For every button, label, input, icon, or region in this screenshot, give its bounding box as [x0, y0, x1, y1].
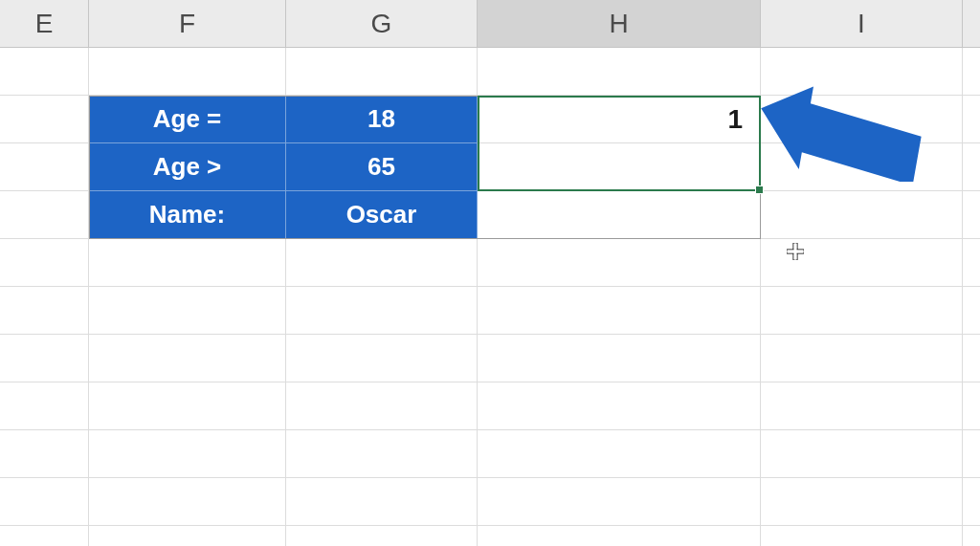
cell-I3[interactable]: [761, 143, 963, 191]
cell-E11[interactable]: [0, 526, 89, 546]
cell-I6[interactable]: [761, 287, 963, 335]
cell-I4[interactable]: [761, 191, 963, 239]
col-label: I: [858, 9, 865, 39]
cell-spacer: [963, 96, 980, 143]
label-age-greater: Age >: [153, 152, 222, 182]
cell-G7[interactable]: [286, 335, 478, 382]
cell-H4[interactable]: [478, 191, 761, 239]
cell-E5[interactable]: [0, 239, 89, 287]
cell-spacer: [963, 526, 980, 546]
cell-H10[interactable]: [478, 478, 761, 526]
cell-I1[interactable]: [761, 48, 963, 96]
cell-spacer: [963, 382, 980, 430]
cell-H7[interactable]: [478, 335, 761, 382]
cell-F5[interactable]: [89, 239, 286, 287]
col-header-F[interactable]: F: [89, 0, 286, 48]
cell-G11[interactable]: [286, 526, 478, 546]
svg-rect-4: [788, 251, 804, 253]
cell-F6[interactable]: [89, 287, 286, 335]
value-age-greater: 65: [368, 152, 395, 182]
cell-H11[interactable]: [478, 526, 761, 546]
cell-E3[interactable]: [0, 143, 89, 191]
cell-cursor-icon: [787, 243, 804, 260]
cell-I11[interactable]: [761, 526, 963, 546]
cell-F9[interactable]: [89, 430, 286, 478]
cell-F2[interactable]: Age =: [89, 96, 286, 143]
cell-H6[interactable]: [478, 287, 761, 335]
col-label: G: [371, 9, 392, 39]
cell-F10[interactable]: [89, 478, 286, 526]
spreadsheet-grid[interactable]: E F G H I Age = 18 1 Age > 65 Name: Osca…: [0, 0, 980, 546]
cell-F8[interactable]: [89, 382, 286, 430]
cell-G2[interactable]: 18: [286, 96, 478, 143]
cell-I2[interactable]: [761, 96, 963, 143]
cell-H1[interactable]: [478, 48, 761, 96]
cell-F1[interactable]: [89, 48, 286, 96]
cell-G9[interactable]: [286, 430, 478, 478]
cell-H5[interactable]: [478, 239, 761, 287]
cell-E2[interactable]: [0, 96, 89, 143]
cell-G4[interactable]: Oscar: [286, 191, 478, 239]
value-name: Oscar: [346, 200, 417, 229]
col-label: E: [35, 9, 54, 39]
cell-G5[interactable]: [286, 239, 478, 287]
cell-I8[interactable]: [761, 382, 963, 430]
col-header-H[interactable]: H: [478, 0, 761, 48]
cell-I7[interactable]: [761, 335, 963, 382]
cell-G3[interactable]: 65: [286, 143, 478, 191]
cell-G1[interactable]: [286, 48, 478, 96]
cell-H8[interactable]: [478, 382, 761, 430]
value-age-equals: 18: [368, 104, 395, 134]
cell-spacer: [963, 143, 980, 191]
col-label: H: [609, 9, 628, 39]
cell-spacer: [963, 191, 980, 239]
cell-H9[interactable]: [478, 430, 761, 478]
cell-E4[interactable]: [0, 191, 89, 239]
cell-E9[interactable]: [0, 430, 89, 478]
cell-spacer: [963, 478, 980, 526]
label-age-equals: Age =: [153, 104, 222, 134]
cell-G10[interactable]: [286, 478, 478, 526]
result-value-1: 1: [727, 104, 743, 135]
cell-G6[interactable]: [286, 287, 478, 335]
col-header-E[interactable]: E: [0, 0, 89, 48]
cell-H3[interactable]: [478, 143, 761, 191]
cell-E6[interactable]: [0, 287, 89, 335]
col-header-I[interactable]: I: [761, 0, 963, 48]
cell-F4[interactable]: Name:: [89, 191, 286, 239]
cell-H2[interactable]: 1: [478, 96, 761, 143]
cell-E7[interactable]: [0, 335, 89, 382]
cell-spacer: [963, 239, 980, 287]
col-header-G[interactable]: G: [286, 0, 478, 48]
col-header-spacer: [963, 0, 980, 48]
cell-spacer: [963, 48, 980, 96]
cell-E8[interactable]: [0, 382, 89, 430]
cell-spacer: [963, 287, 980, 335]
cell-E10[interactable]: [0, 478, 89, 526]
cell-spacer: [963, 430, 980, 478]
cell-spacer: [963, 335, 980, 382]
col-label: F: [179, 9, 195, 39]
cell-E1[interactable]: [0, 48, 89, 96]
cell-F3[interactable]: Age >: [89, 143, 286, 191]
cell-G8[interactable]: [286, 382, 478, 430]
cell-I10[interactable]: [761, 478, 963, 526]
cell-I9[interactable]: [761, 430, 963, 478]
label-name: Name:: [149, 200, 225, 229]
cell-F11[interactable]: [89, 526, 286, 546]
cell-F7[interactable]: [89, 335, 286, 382]
